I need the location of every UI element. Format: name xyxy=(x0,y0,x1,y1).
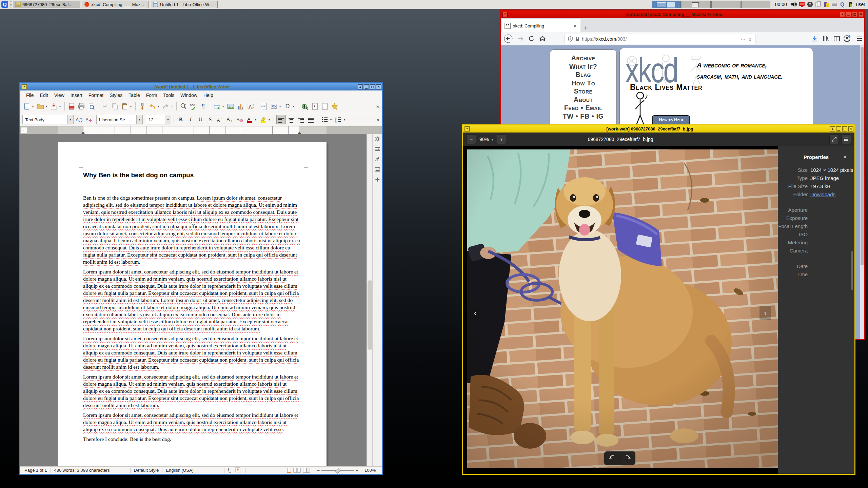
status-save-icon[interactable] xyxy=(235,467,240,473)
document-page[interactable]: Why Ben is the best dog on campus Ben is… xyxy=(58,142,327,466)
sidebar-gallery-icon[interactable] xyxy=(374,166,380,172)
clipboard-icon[interactable] xyxy=(815,1,822,8)
menu-item[interactable]: Form xyxy=(143,92,160,99)
scrollbar-thumb[interactable] xyxy=(861,47,864,265)
workspace-2[interactable] xyxy=(682,1,711,8)
downloads-icon[interactable] xyxy=(810,34,820,44)
sidebar-settings-icon[interactable] xyxy=(374,136,380,142)
volume-icon[interactable] xyxy=(790,1,797,8)
align-center-icon[interactable] xyxy=(287,115,296,124)
xkcd-menu-item[interactable]: TW • FB • IG xyxy=(550,112,616,121)
insert-hyperlink-icon[interactable] xyxy=(301,102,310,111)
properties-scrollbar[interactable] xyxy=(851,251,853,290)
shade-button[interactable]: ▴ xyxy=(830,126,835,131)
xkcd-menu-item[interactable]: About xyxy=(550,96,616,104)
vertical-scrollbar[interactable] xyxy=(367,134,373,466)
paragraph-style-combo[interactable]: Text Body▾ xyxy=(22,115,74,124)
single-page-view-icon[interactable] xyxy=(287,468,291,473)
book-view-icon[interactable] xyxy=(303,468,310,473)
window-menu-icon[interactable]: ▾ xyxy=(502,12,508,17)
insert-endnote-icon[interactable]: i xyxy=(320,102,329,111)
close-button[interactable]: ✕ xyxy=(858,12,863,17)
menu-item[interactable]: Styles xyxy=(106,92,125,99)
menu-item[interactable]: Table xyxy=(125,92,143,99)
subscript-icon[interactable]: A2 xyxy=(225,115,234,124)
lock-icon[interactable] xyxy=(807,1,813,8)
user-label[interactable]: user xyxy=(856,2,865,7)
xkcd-menu-item[interactable]: Feed • Email xyxy=(550,104,616,112)
minimize-button[interactable]: ▁ xyxy=(846,12,851,17)
highlight-color-icon[interactable] xyxy=(259,115,268,124)
strikethrough-icon[interactable]: S xyxy=(206,115,215,124)
special-character-icon[interactable]: Ω xyxy=(283,102,292,111)
maximize-button[interactable]: ▢ xyxy=(842,126,847,131)
qubes-menu-icon[interactable]: Q xyxy=(1,1,8,8)
shade-button[interactable]: ▴ xyxy=(358,84,363,89)
xkcd-menu-item[interactable]: How To xyxy=(550,79,616,87)
status-zoom-percent[interactable]: 100% xyxy=(364,468,376,473)
page-actions-icon[interactable]: ⋯ xyxy=(741,36,746,42)
rotate-right-icon[interactable] xyxy=(624,454,631,462)
taskbar-window-firefox[interactable]: xkcd: Compiling ___ Moz... xyxy=(82,1,149,8)
font-size-combo[interactable]: 12▾ xyxy=(146,115,171,124)
tab-xkcd[interactable]: xkcd: Compiling ✕ xyxy=(502,19,580,32)
multi-page-view-icon[interactable] xyxy=(293,468,301,473)
toolbar-overflow-icon[interactable]: » xyxy=(376,117,379,123)
insert-image-icon[interactable] xyxy=(226,102,235,111)
tab-stop-selector[interactable]: ⌐ xyxy=(21,127,27,133)
cut-icon[interactable]: ✂ xyxy=(101,102,110,111)
bullet-list-icon[interactable] xyxy=(320,115,329,124)
insert-bookmark-icon[interactable] xyxy=(330,102,339,111)
tracking-shield-icon[interactable] xyxy=(568,36,573,42)
page-scrollbar[interactable] xyxy=(860,45,864,339)
taskbar-window-image-viewer[interactable]: 6968727080_29ecef8af... xyxy=(13,1,80,8)
bookmark-star-icon[interactable]: ☆ xyxy=(748,36,752,42)
domains-icon[interactable] xyxy=(798,1,805,8)
formatting-marks-icon[interactable]: ¶ xyxy=(199,102,208,111)
viewer-menu-icon[interactable] xyxy=(842,135,851,144)
xkcd-menu-item[interactable]: Archive xyxy=(550,54,616,62)
disk-icon[interactable] xyxy=(831,1,838,8)
rotate-left-icon[interactable] xyxy=(608,454,616,462)
align-right-icon[interactable] xyxy=(297,115,305,124)
xkcd-menu-item[interactable]: What If? xyxy=(550,62,616,71)
toolbar-overflow-icon[interactable]: » xyxy=(376,103,379,109)
devices-icon[interactable] xyxy=(823,1,830,8)
reload-button[interactable] xyxy=(526,34,536,44)
sidebar-icon[interactable] xyxy=(832,34,842,44)
bold-icon[interactable]: B xyxy=(176,115,185,124)
maximize-button[interactable]: ▢ xyxy=(370,84,375,89)
insert-textbox-icon[interactable]: A xyxy=(246,102,255,111)
sidebar-properties-icon[interactable] xyxy=(374,146,380,152)
scrollbar-thumb[interactable] xyxy=(368,280,372,350)
font-name-combo[interactable]: Liberation Se▾ xyxy=(96,115,143,124)
clear-formatting-icon[interactable]: A xyxy=(235,115,244,124)
library-icon[interactable] xyxy=(821,34,831,44)
insert-field-icon[interactable]: F(x) xyxy=(270,102,278,111)
close-button[interactable]: ✕ xyxy=(376,84,381,89)
menu-item[interactable]: Edit xyxy=(37,92,51,99)
writer-title-bar[interactable]: ▾ [work] Untitled 1 - LibreOffice Writer… xyxy=(20,83,382,90)
italic-icon[interactable]: I xyxy=(186,115,195,124)
status-paragraph-style[interactable]: Default Style xyxy=(134,468,159,473)
maximize-button[interactable]: ▢ xyxy=(852,12,857,17)
copy-icon[interactable] xyxy=(111,102,119,111)
fullscreen-icon[interactable] xyxy=(829,135,839,144)
tab-close-icon[interactable]: ✕ xyxy=(572,23,578,28)
page-break-icon[interactable] xyxy=(260,102,269,111)
photo-canvas[interactable]: ‹ › xyxy=(463,146,778,474)
firefox-title-bar[interactable]: ▾ [untrusted] xkcd: Compiling __ Mozilla… xyxy=(501,11,864,18)
new-style-icon[interactable]: A xyxy=(84,115,93,124)
sidebar-styles-icon[interactable]: A xyxy=(374,156,380,162)
print-preview-icon[interactable] xyxy=(87,102,96,111)
how-to-help-button[interactable]: How to Help xyxy=(652,115,690,125)
horizontal-ruler[interactable]: ⌐ xyxy=(20,126,382,134)
folder-link[interactable]: Downloads xyxy=(810,191,835,197)
previous-image-button[interactable]: ‹ xyxy=(470,306,481,320)
close-button[interactable]: ✕ xyxy=(848,126,853,131)
workspace-4[interactable] xyxy=(741,1,770,8)
open-icon[interactable] xyxy=(36,102,45,111)
status-selection-mode-icon[interactable]: I.. xyxy=(228,467,231,473)
viewer-title-bar[interactable]: ▾ [work-web] 6968727080_29ecef8af7_b.jpg… xyxy=(463,125,854,133)
xkcd-menu-item[interactable]: Blag xyxy=(550,70,616,79)
